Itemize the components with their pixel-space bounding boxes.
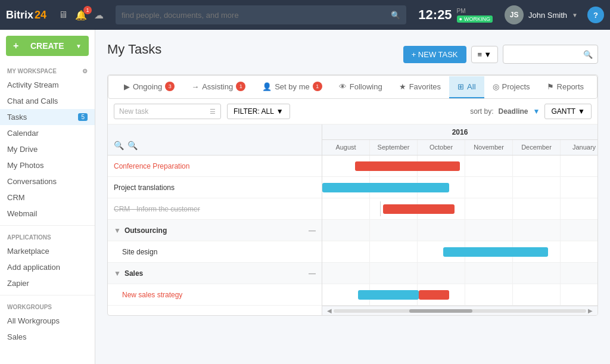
sidebar-item-marketplace[interactable]: Marketplace <box>0 243 95 259</box>
gantt-bar-sales-strategy-red[interactable] <box>419 290 449 300</box>
gantt-year-header: 2016 <box>322 125 597 140</box>
gantt-bar-crm[interactable] <box>383 204 455 214</box>
list-icon: ≡ <box>478 50 483 59</box>
scroll-right-arrow[interactable]: ▶ <box>586 307 595 314</box>
workspace-settings-icon[interactable]: ⚙ <box>82 68 88 74</box>
new-task-inline-input[interactable]: New task ☰ <box>114 104 221 119</box>
workspace-section-label: MY WORKSPACE ⚙ <box>0 63 95 77</box>
following-icon: 👁 <box>339 82 347 91</box>
filter-dropdown-icon: ▼ <box>276 107 284 116</box>
scroll-track[interactable] <box>334 309 586 313</box>
zoom-out-icon[interactable]: 🔍 <box>114 141 124 150</box>
gantt-filter-row: New task ☰ FILTER: ALL ▼ sort by: Deadli… <box>108 99 597 125</box>
gantt-bar-row <box>322 198 597 220</box>
global-search-input[interactable] <box>122 11 391 20</box>
bell-icon[interactable]: 🔔 1 <box>75 10 87 21</box>
sidebar-item-all-workgroups[interactable]: All Workgroups <box>0 313 95 329</box>
assisting-badge: 1 <box>236 82 245 91</box>
avatar: JS <box>505 5 524 24</box>
sidebar-item-my-photos[interactable]: My Photos <box>0 157 95 173</box>
table-row: Project translations <box>108 177 322 198</box>
user-name: John Smith <box>528 11 567 20</box>
sidebar-item-chat-calls[interactable]: Chat and Calls <box>0 93 95 109</box>
table-row: ▼ Outsourcing — <box>108 220 322 241</box>
gantt-bar-row <box>322 284 597 306</box>
group-toggle-icon[interactable]: ▼ <box>114 269 121 278</box>
filter-button[interactable]: FILTER: ALL ▼ <box>227 104 290 119</box>
sidebar: + CREATE ▼ MY WORKSPACE ⚙ Activity Strea… <box>0 30 95 364</box>
main-layout: + CREATE ▼ MY WORKSPACE ⚙ Activity Strea… <box>0 30 610 364</box>
gantt-month: October <box>418 140 465 155</box>
top-navbar: Bitrix 24 🖥 🔔 1 ☁ 🔍 12:25 PM ● WORKING J… <box>0 0 610 30</box>
working-badge[interactable]: ● WORKING <box>457 15 493 23</box>
scroll-thumb[interactable] <box>409 309 472 313</box>
gantt-months-header: August September October November Decemb… <box>322 140 597 155</box>
sidebar-item-crm[interactable]: CRM <box>0 189 95 206</box>
group-options-icon[interactable]: — <box>309 269 316 278</box>
gantt-bar-conference[interactable] <box>355 161 460 171</box>
sidebar-item-zapier[interactable]: Zapier <box>0 275 95 291</box>
workgroups-section-label: WORKGROUPS <box>0 299 95 313</box>
sidebar-item-calendar[interactable]: Calendar <box>0 125 95 141</box>
task-search-input[interactable] <box>508 50 583 58</box>
gantt-bar-row <box>322 241 597 263</box>
assisting-icon: → <box>191 82 199 91</box>
tabs-bar: ▶ Ongoing 3 → Assisting 1 👤 Set by me 1 … <box>108 75 597 99</box>
tab-favorites[interactable]: ★ Favorites <box>391 76 449 98</box>
clock-section: 12:25 PM ● WORKING <box>418 7 493 23</box>
global-search-bar[interactable]: 🔍 <box>116 5 406 24</box>
gantt-bar-site-design[interactable] <box>443 247 548 257</box>
cloud-icon[interactable]: ☁ <box>94 10 104 21</box>
tab-all[interactable]: ⊞ All <box>449 76 484 98</box>
task-search-bar[interactable]: 🔍 <box>503 45 598 64</box>
table-row: Conference Preparation <box>108 155 322 177</box>
table-row: New sales strategy <box>108 284 322 306</box>
sidebar-item-conversations[interactable]: Conversations <box>0 173 95 189</box>
task-search-icon: 🔍 <box>583 50 593 59</box>
task-toolbar: My Tasks + NEW TASK ≡ ▼ 🔍 <box>107 42 598 67</box>
tab-set-by-me[interactable]: 👤 Set by me 1 <box>254 76 331 98</box>
tab-following[interactable]: 👁 Following <box>331 76 391 98</box>
user-dropdown-arrow: ▼ <box>572 12 578 18</box>
zoom-in-icon[interactable]: 🔍 <box>127 141 138 150</box>
main-content: My Tasks + NEW TASK ≡ ▼ 🔍 ▶ <box>95 30 610 364</box>
monitor-icon[interactable]: 🖥 <box>58 10 68 20</box>
group-toggle-icon[interactable]: ▼ <box>114 226 121 235</box>
tab-assisting[interactable]: → Assisting 1 <box>183 76 254 98</box>
gantt-bar-translations[interactable] <box>322 183 449 192</box>
sidebar-divider-1 <box>0 225 95 226</box>
sidebar-item-tasks[interactable]: Tasks 5 <box>0 109 95 125</box>
help-button[interactable]: ? <box>587 7 604 23</box>
tab-ongoing[interactable]: ▶ Ongoing 3 <box>116 76 183 98</box>
gantt-bar-row-group <box>322 220 597 241</box>
sort-direction-icon[interactable]: ▼ <box>533 107 540 116</box>
nav-icons: 🖥 🔔 1 ☁ <box>58 10 104 21</box>
sort-section: sort by: Deadline ▼ GANTT ▼ <box>470 104 592 119</box>
sidebar-item-sales[interactable]: Sales <box>0 329 95 345</box>
page-title: My Tasks <box>107 42 161 57</box>
new-task-button[interactable]: + NEW TASK <box>403 46 466 63</box>
ongoing-badge: 3 <box>165 82 175 91</box>
gantt-tasks-header: 🔍 🔍 <box>108 125 322 155</box>
gantt-scrollbar[interactable]: ◀ ▶ <box>322 306 597 315</box>
gantt-view-button[interactable]: GANTT ▼ <box>544 104 592 119</box>
notification-badge: 1 <box>83 6 92 14</box>
scroll-left-arrow[interactable]: ◀ <box>325 307 334 314</box>
sidebar-item-add-application[interactable]: Add application <box>0 259 95 275</box>
tab-reports[interactable]: ⚑ Reports <box>539 76 593 98</box>
task-input-icon: ☰ <box>210 108 216 116</box>
sidebar-item-activity-stream[interactable]: Activity Stream <box>0 77 95 93</box>
user-section[interactable]: JS John Smith ▼ <box>505 5 578 24</box>
clock-period: PM <box>457 8 466 14</box>
dropdown-arrow-icon: ▼ <box>484 50 491 59</box>
view-options-button[interactable]: ≡ ▼ <box>471 46 498 63</box>
search-icon: 🔍 <box>391 11 400 20</box>
tasks-badge: 5 <box>78 113 88 121</box>
gantt-bar-row <box>322 155 597 177</box>
tab-projects[interactable]: ◎ Projects <box>484 76 539 98</box>
gantt-bar-sales-strategy-blue[interactable] <box>358 290 419 300</box>
group-options-icon[interactable]: — <box>309 226 316 235</box>
sidebar-item-webmail[interactable]: Webmail <box>0 206 95 222</box>
create-button[interactable]: + CREATE ▼ <box>6 36 89 56</box>
sidebar-item-my-drive[interactable]: My Drive <box>0 141 95 157</box>
